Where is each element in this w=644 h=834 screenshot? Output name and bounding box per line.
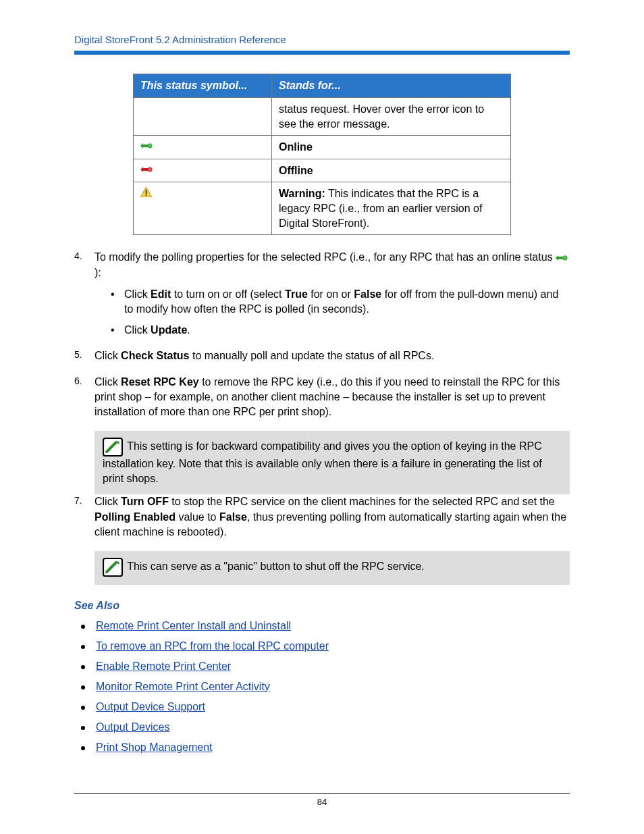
turn-off-label: Turn OFF	[121, 496, 169, 507]
note-icon	[103, 438, 123, 457]
txt: Click	[124, 288, 151, 300]
page-number: 84	[317, 797, 327, 807]
step-4-sublist: Click Edit to turn on or off (select Tru…	[95, 287, 570, 338]
txt: for on or	[308, 288, 354, 300]
table-header-symbol: This status symbol...	[134, 74, 272, 98]
page-footer: 84	[74, 793, 570, 807]
link-print-shop-mgmt[interactable]: Print Shop Management	[96, 741, 213, 753]
list-item: Monitor Remote Print Center Activity	[81, 681, 570, 693]
check-status-label: Check Status	[121, 350, 189, 361]
polling-enabled-label: Polling Enabled	[95, 511, 176, 523]
list-item: Enable Remote Print Center	[81, 660, 570, 673]
table-cell-error: status request. Hover over the error ico…	[272, 98, 511, 136]
txt: Click	[95, 350, 121, 361]
svg-marker-0	[140, 143, 149, 149]
txt: to stop the RPC service on the client ma…	[169, 496, 555, 507]
see-also-list: Remote Print Center Install and Uninstal…	[74, 620, 570, 754]
list-item: Output Devices	[81, 721, 570, 733]
table-row: Online	[134, 136, 511, 159]
note-icon	[103, 558, 123, 577]
warning-label: Warning:	[279, 188, 325, 199]
steps-list: To modify the polling properties for the…	[74, 250, 570, 420]
online-icon	[140, 141, 153, 151]
table-cell-offline: Offline	[272, 159, 511, 182]
list-item: Remote Print Center Install and Uninstal…	[81, 620, 570, 632]
table-row: status request. Hover over the error ico…	[134, 98, 511, 136]
note-text: This setting is for backward compatibili…	[103, 440, 542, 484]
step-7: Click Turn OFF to stop the RPC service o…	[74, 494, 570, 540]
table-row: Offline	[134, 159, 511, 182]
svg-point-1	[148, 144, 152, 148]
svg-point-3	[148, 167, 152, 172]
reset-rpc-key-label: Reset RPC Key	[121, 376, 199, 388]
header-title: Digital StoreFront 5.2 Administration Re…	[74, 34, 570, 45]
link-remove-rpc[interactable]: To remove an RPC from the local RPC comp…	[96, 640, 329, 652]
offline-icon	[140, 165, 153, 174]
list-item: Print Shop Management	[81, 741, 570, 754]
txt: Click	[95, 496, 121, 507]
header-rule	[74, 51, 570, 55]
link-output-device-support[interactable]: Output Device Support	[96, 701, 205, 712]
step-4-post: ):	[95, 267, 101, 278]
svg-marker-7	[556, 255, 564, 261]
svg-marker-2	[140, 167, 149, 172]
txt: value to	[176, 511, 219, 523]
steps-list-cont: Click Turn OFF to stop the RPC service o…	[74, 494, 570, 540]
see-also-heading: See Also	[74, 600, 570, 612]
true-label: True	[285, 288, 308, 300]
table-header-stands-for: Stands for...	[272, 74, 511, 98]
link-enable-rpc[interactable]: Enable Remote Print Center	[96, 660, 231, 672]
false-label: False	[219, 511, 247, 523]
step-4-bullet-1: Click Edit to turn on or off (select Tru…	[111, 287, 570, 317]
status-table: This status symbol... Stands for... stat…	[133, 74, 511, 235]
list-item: Output Device Support	[81, 701, 570, 713]
svg-rect-5	[146, 190, 147, 194]
link-monitor-rpc[interactable]: Monitor Remote Print Center Activity	[96, 681, 270, 692]
step-4: To modify the polling properties for the…	[74, 250, 570, 338]
update-label: Update	[151, 324, 187, 336]
link-output-devices[interactable]: Output Devices	[96, 721, 169, 733]
warning-icon	[140, 187, 152, 197]
false-label: False	[354, 288, 381, 300]
list-item: To remove an RPC from the local RPC comp…	[81, 640, 570, 652]
svg-rect-6	[146, 194, 147, 196]
table-cell-warning: Warning: This indicates that the RPC is …	[272, 182, 511, 235]
link-remote-install[interactable]: Remote Print Center Install and Uninstal…	[96, 620, 291, 631]
step-4-pre: To modify the polling properties for the…	[95, 251, 556, 263]
edit-label: Edit	[151, 288, 171, 300]
txt: to turn on or off (select	[171, 288, 285, 300]
svg-point-8	[563, 256, 567, 260]
step-5: Click Check Status to manually poll and …	[74, 348, 570, 363]
note-text: This can serve as a "panic" button to sh…	[127, 561, 425, 572]
step-6: Click Reset RPC Key to remove the RPC ke…	[74, 375, 570, 420]
step-4-bullet-2: Click Update.	[111, 323, 570, 338]
table-cell-online: Online	[272, 136, 511, 159]
note-backward-compat: This setting is for backward compatibili…	[95, 431, 570, 495]
txt: Click	[95, 376, 121, 388]
txt: .	[187, 324, 190, 336]
online-icon	[556, 253, 568, 263]
table-row: Warning: This indicates that the RPC is …	[134, 182, 511, 235]
txt: Click	[124, 324, 151, 336]
note-panic: This can serve as a "panic" button to sh…	[95, 551, 570, 585]
txt: to manually poll and update the status o…	[189, 350, 434, 361]
page: Digital StoreFront 5.2 Administration Re…	[0, 0, 644, 834]
